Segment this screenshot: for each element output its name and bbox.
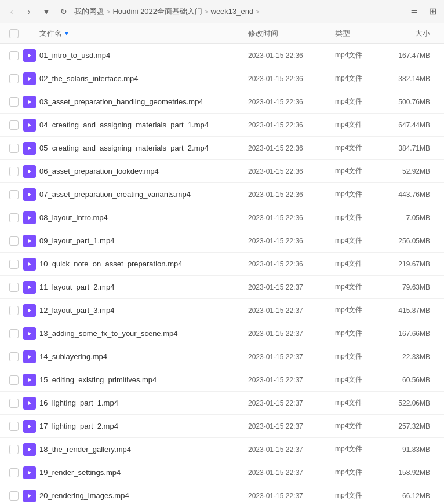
file-name-text: 18_the_render_gallery.mp4 bbox=[39, 445, 131, 454]
video-file-icon bbox=[23, 235, 36, 247]
table-row[interactable]: 13_adding_some_fx_to_your_scene.mp4 2023… bbox=[0, 322, 444, 345]
row-check-7[interactable] bbox=[5, 213, 23, 222]
table-row[interactable]: 16_lighting_part_1.mp4 2023-01-15 22:37 … bbox=[0, 392, 444, 415]
file-name-text: 16_lighting_part_1.mp4 bbox=[39, 399, 118, 407]
row-checkbox-2[interactable] bbox=[9, 97, 19, 107]
table-row[interactable]: 14_sublayering.mp4 2023-01-15 22:37 mp4文… bbox=[0, 345, 444, 368]
row-type-7: mp4文件 bbox=[335, 213, 381, 222]
name-sort-btn[interactable]: 文件名 ▼ bbox=[39, 28, 70, 39]
header-date[interactable]: 修改时间 bbox=[248, 28, 335, 39]
row-checkbox-14[interactable] bbox=[9, 375, 19, 385]
row-check-10[interactable] bbox=[5, 283, 23, 292]
dropdown-button[interactable]: ▼ bbox=[39, 5, 53, 19]
breadcrumb-item-week13[interactable]: week13_end bbox=[211, 7, 254, 16]
table-row[interactable]: 09_layout_part_1.mp4 2023-01-15 22:36 mp… bbox=[0, 229, 444, 253]
row-check-18[interactable] bbox=[5, 468, 23, 477]
row-size-6: 443.76MB bbox=[381, 191, 439, 199]
table-row[interactable]: 05_creating_and_assigning_materials_part… bbox=[0, 137, 444, 160]
row-name-14: 15_editing_existing_primitives.mp4 bbox=[39, 375, 248, 384]
table-row[interactable]: 04_creating_and_assigning_materials_part… bbox=[0, 114, 444, 137]
file-name-text: 01_intro_to_usd.mp4 bbox=[39, 51, 110, 60]
row-name-1: 02_the_solaris_interface.mp4 bbox=[39, 74, 248, 83]
row-check-13[interactable] bbox=[5, 352, 23, 361]
row-name-8: 09_layout_part_1.mp4 bbox=[39, 236, 248, 245]
header-name[interactable]: 文件名 ▼ bbox=[39, 28, 248, 39]
table-row[interactable]: 10_quick_note_on_asset_preparation.mp4 2… bbox=[0, 253, 444, 276]
row-checkbox-10[interactable] bbox=[9, 283, 19, 292]
file-name-text: 14_sublayering.mp4 bbox=[39, 352, 107, 361]
row-checkbox-15[interactable] bbox=[9, 399, 19, 408]
row-icon-14 bbox=[23, 374, 39, 386]
header-check[interactable] bbox=[5, 29, 23, 38]
row-icon-7 bbox=[23, 211, 39, 224]
view-grid-button[interactable]: ⊞ bbox=[425, 5, 439, 19]
table-row[interactable]: 20_rendering_images.mp4 2023-01-15 22:37… bbox=[0, 484, 444, 504]
row-check-6[interactable] bbox=[5, 190, 23, 199]
row-checkbox-1[interactable] bbox=[9, 74, 19, 83]
row-check-17[interactable] bbox=[5, 445, 23, 454]
row-checkbox-16[interactable] bbox=[9, 422, 19, 431]
table-row[interactable]: 17_lighting_part_2.mp4 2023-01-15 22:37 … bbox=[0, 415, 444, 438]
breadcrumb-item-houdini[interactable]: Houdini 2022全面基础入门 bbox=[112, 6, 202, 17]
row-check-15[interactable] bbox=[5, 399, 23, 408]
row-checkbox-8[interactable] bbox=[9, 236, 19, 246]
row-check-5[interactable] bbox=[5, 167, 23, 176]
row-checkbox-3[interactable] bbox=[9, 120, 19, 130]
row-icon-19 bbox=[23, 490, 39, 502]
row-type-10: mp4文件 bbox=[335, 282, 381, 292]
row-checkbox-13[interactable] bbox=[9, 352, 19, 361]
row-check-16[interactable] bbox=[5, 422, 23, 431]
row-checkbox-12[interactable] bbox=[9, 329, 19, 338]
refresh-button[interactable]: ↻ bbox=[57, 5, 71, 19]
table-row[interactable]: 01_intro_to_usd.mp4 2023-01-15 22:36 mp4… bbox=[0, 44, 444, 67]
video-file-icon bbox=[23, 443, 36, 456]
row-size-3: 647.44MB bbox=[381, 121, 439, 129]
row-checkbox-18[interactable] bbox=[9, 468, 19, 477]
table-row[interactable]: 03_asset_preparation_handling_geometries… bbox=[0, 90, 444, 114]
row-check-4[interactable] bbox=[5, 144, 23, 153]
row-checkbox-6[interactable] bbox=[9, 190, 19, 199]
row-checkbox-9[interactable] bbox=[9, 260, 19, 269]
row-type-2: mp4文件 bbox=[335, 97, 381, 107]
row-size-17: 91.83MB bbox=[381, 445, 439, 454]
row-check-8[interactable] bbox=[5, 236, 23, 246]
row-checkbox-11[interactable] bbox=[9, 306, 19, 315]
row-checkbox-4[interactable] bbox=[9, 144, 19, 153]
table-row[interactable]: 18_the_render_gallery.mp4 2023-01-15 22:… bbox=[0, 438, 444, 461]
row-check-19[interactable] bbox=[5, 491, 23, 501]
back-button[interactable]: ‹ bbox=[5, 5, 19, 19]
table-row[interactable]: 19_render_settings.mp4 2023-01-15 22:37 … bbox=[0, 461, 444, 484]
row-size-5: 52.92MB bbox=[381, 167, 439, 176]
table-row[interactable]: 07_asset_preparation_creating_variants.m… bbox=[0, 183, 444, 206]
table-row[interactable]: 15_editing_existing_primitives.mp4 2023-… bbox=[0, 368, 444, 392]
row-check-3[interactable] bbox=[5, 120, 23, 130]
header-type[interactable]: 类型 bbox=[335, 28, 381, 39]
select-all-checkbox[interactable] bbox=[9, 29, 19, 38]
row-check-2[interactable] bbox=[5, 97, 23, 107]
row-checkbox-5[interactable] bbox=[9, 167, 19, 176]
row-check-1[interactable] bbox=[5, 74, 23, 83]
row-check-12[interactable] bbox=[5, 329, 23, 338]
breadcrumb: 我的网盘 > Houdini 2022全面基础入门 > week13_end > bbox=[74, 6, 403, 17]
row-checkbox-19[interactable] bbox=[9, 491, 19, 501]
header-size[interactable]: 大小 bbox=[381, 28, 439, 39]
row-type-8: mp4文件 bbox=[335, 236, 381, 246]
row-check-9[interactable] bbox=[5, 260, 23, 269]
table-row[interactable]: 11_layout_part_2.mp4 2023-01-15 22:37 mp… bbox=[0, 276, 444, 299]
table-row[interactable]: 02_the_solaris_interface.mp4 2023-01-15 … bbox=[0, 67, 444, 90]
view-list-button[interactable]: ≣ bbox=[407, 5, 421, 19]
forward-button[interactable]: › bbox=[22, 5, 36, 19]
row-check-14[interactable] bbox=[5, 375, 23, 385]
row-checkbox-17[interactable] bbox=[9, 445, 19, 454]
table-row[interactable]: 12_layout_part_3.mp4 2023-01-15 22:37 mp… bbox=[0, 299, 444, 322]
row-checkbox-0[interactable] bbox=[9, 51, 19, 60]
table-row[interactable]: 06_asset_preparation_lookdev.mp4 2023-01… bbox=[0, 160, 444, 183]
video-file-icon bbox=[23, 142, 36, 155]
row-check-0[interactable] bbox=[5, 51, 23, 60]
row-check-11[interactable] bbox=[5, 306, 23, 315]
file-list: 01_intro_to_usd.mp4 2023-01-15 22:36 mp4… bbox=[0, 44, 444, 504]
row-checkbox-7[interactable] bbox=[9, 213, 19, 222]
row-icon-6 bbox=[23, 188, 39, 201]
table-row[interactable]: 08_layout_intro.mp4 2023-01-15 22:36 mp4… bbox=[0, 206, 444, 229]
breadcrumb-item-disk[interactable]: 我的网盘 bbox=[74, 6, 104, 17]
